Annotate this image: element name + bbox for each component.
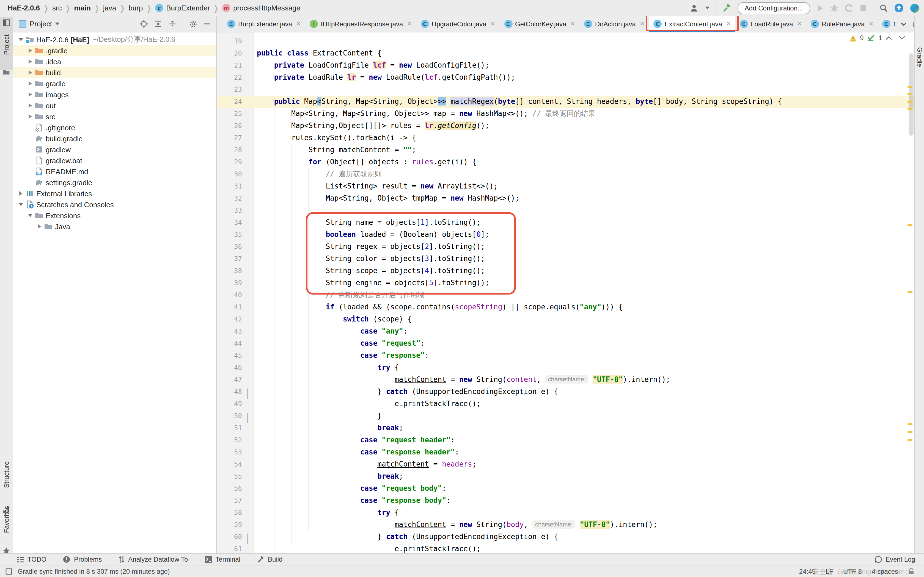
file-encoding[interactable]: UTF-8 [843, 567, 862, 575]
tree-item-.gradle[interactable]: .gradle [13, 45, 216, 56]
line-separator[interactable]: LF [825, 567, 833, 575]
warning-stripe-mark[interactable] [908, 86, 913, 88]
user-icon[interactable] [690, 3, 699, 12]
warning-stripe-mark[interactable] [908, 108, 913, 110]
tree-item-README.md[interactable]: MDREADME.md [13, 166, 216, 177]
structure-strip-label[interactable]: Structure [3, 475, 10, 488]
breadcrumb-item[interactable]: burp [128, 4, 143, 12]
tree-item-build[interactable]: build [13, 67, 216, 78]
line-number[interactable]: 20 [217, 47, 242, 60]
status-message[interactable]: Gradle sync finished in 8 s 307 ms (20 m… [18, 567, 170, 575]
line-number[interactable]: 38 [217, 265, 242, 277]
warning-stripe-mark[interactable] [908, 431, 913, 433]
tree-item-Extensions[interactable]: Extensions [13, 210, 216, 221]
add-configuration-button[interactable]: Add Configuration... [738, 2, 810, 14]
debug-icon[interactable] [830, 3, 839, 12]
prev-warning-icon[interactable] [885, 36, 892, 40]
line-number[interactable]: 39 [217, 277, 242, 289]
tree-item-gradlew.bat[interactable]: gradlew.bat [13, 155, 216, 166]
line-number[interactable]: 22 [217, 71, 242, 84]
line-number[interactable]: 60 [217, 531, 242, 543]
ide-update-icon[interactable] [894, 3, 904, 13]
breadcrumb-item[interactable]: java [103, 4, 116, 12]
toolwindow-button-build[interactable]: Build [257, 556, 283, 563]
line-number[interactable]: 27 [217, 132, 242, 144]
line-number[interactable]: 40 [217, 289, 242, 301]
build-hammer-icon[interactable] [722, 3, 732, 13]
indent-setting[interactable]: 4 spaces [872, 567, 898, 575]
tree-item-Java[interactable]: Java [13, 221, 216, 232]
line-number[interactable]: 52 [217, 434, 242, 446]
line-number[interactable]: 37 [217, 253, 242, 265]
gradle-strip-label[interactable]: Gradle [916, 47, 924, 60]
close-icon[interactable]: ✕ [797, 20, 802, 27]
chevron-right-icon[interactable] [26, 92, 34, 97]
line-number[interactable]: 44 [217, 337, 242, 350]
next-warning-icon[interactable] [899, 36, 905, 40]
chevron-right-icon[interactable] [17, 191, 25, 196]
tree-item-Scratches and Consoles[interactable]: Scratches and Consoles [13, 199, 216, 210]
toolwindow-button-todo[interactable]: TODO [16, 556, 47, 563]
chevron-down-icon[interactable] [17, 38, 25, 41]
close-icon[interactable]: ✕ [407, 20, 412, 27]
line-number[interactable]: 53 [217, 446, 242, 458]
breadcrumb-item[interactable]: main [74, 4, 91, 12]
tab-BurpExtender.java[interactable]: CBurpExtender.java✕ [223, 16, 305, 32]
line-number[interactable]: 59 [217, 519, 242, 531]
project-window-icon[interactable] [3, 19, 10, 26]
run-icon[interactable] [816, 4, 824, 12]
code-editor[interactable]: 18 */1920public class ExtractContent {21… [217, 32, 914, 553]
lock-icon[interactable] [908, 568, 914, 575]
line-number[interactable]: 24 [217, 96, 242, 108]
warning-stripe-mark[interactable] [908, 93, 913, 95]
tree-item-src[interactable]: src [13, 111, 216, 122]
chevron-down-icon[interactable] [17, 203, 25, 206]
line-number[interactable]: 34 [217, 216, 242, 229]
event-log-button[interactable]: Event Log [874, 554, 915, 565]
close-icon[interactable]: ✕ [490, 20, 495, 27]
warning-stripe-mark[interactable] [908, 423, 913, 425]
breadcrumb[interactable]: HaE-2.0.6❯src❯main❯java❯burp❯cBurpExtend… [8, 0, 300, 16]
tab-RulePane.java[interactable]: CRulePane.java✕ [806, 16, 878, 32]
tree-item-images[interactable]: images [13, 89, 216, 100]
tab-LoadRule.java[interactable]: CLoadRule.java✕ [735, 16, 806, 32]
line-number[interactable]: 51 [217, 422, 242, 434]
line-number[interactable]: 29 [217, 156, 242, 168]
locate-file-icon[interactable] [140, 20, 148, 28]
line-number[interactable]: 36 [217, 241, 242, 253]
chevron-right-icon[interactable] [26, 60, 34, 64]
tree-item-.idea[interactable]: .idea [13, 56, 216, 67]
warning-stripe-mark[interactable] [908, 291, 913, 293]
line-number[interactable]: 31 [217, 180, 242, 192]
search-everywhere-icon[interactable] [879, 3, 888, 12]
chevron-right-icon[interactable] [26, 114, 34, 119]
warning-stripe-mark[interactable] [908, 439, 913, 441]
line-number[interactable]: 47 [217, 374, 242, 386]
tree-item-HaE-2.0.6[interactable]: HaE-2.0.6 [HaE]~/Desktop/分享/HaE-2.0.6 [13, 34, 216, 45]
breadcrumb-item[interactable]: src [52, 4, 62, 12]
line-number[interactable]: 19 [217, 35, 242, 47]
line-number[interactable]: 54 [217, 458, 242, 471]
line-number[interactable]: 25 [217, 108, 242, 120]
breadcrumb-item[interactable]: cBurpExtender [155, 4, 210, 12]
line-number[interactable]: 58 [217, 507, 242, 519]
tree-item-External Libraries[interactable]: External Libraries [13, 188, 216, 199]
close-icon[interactable]: ✕ [726, 20, 731, 27]
line-number[interactable]: 57 [217, 495, 242, 507]
tab-ExtractContent.java[interactable]: CExtractContent.java✕ [649, 16, 735, 32]
line-number[interactable]: 32 [217, 192, 242, 205]
line-number[interactable]: 42 [217, 313, 242, 325]
close-icon[interactable]: ✕ [570, 20, 575, 27]
hide-panel-icon[interactable] [204, 20, 211, 27]
chevron-right-icon[interactable] [26, 103, 34, 108]
line-number[interactable]: 21 [217, 60, 242, 71]
project-tree-panel[interactable]: HaE-2.0.6 [HaE]~/Desktop/分享/HaE-2.0.6.gr… [13, 32, 217, 553]
warning-stripe-mark[interactable] [908, 224, 913, 226]
close-icon[interactable]: ✕ [869, 20, 873, 27]
line-number[interactable]: 41 [217, 301, 242, 313]
inspection-widget[interactable]: 9 1 [849, 34, 905, 42]
expand-all-icon[interactable] [154, 20, 162, 28]
line-number[interactable]: 23 [217, 84, 242, 96]
tree-item-gradlew[interactable]: gradlew [13, 144, 216, 155]
line-number[interactable]: 45 [217, 350, 242, 362]
